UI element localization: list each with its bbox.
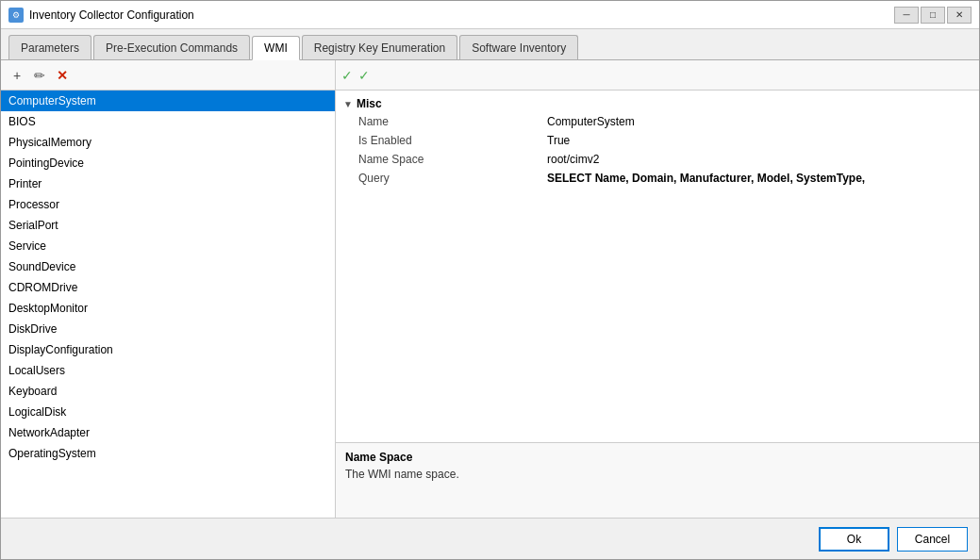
- tab-wmi[interactable]: WMI: [252, 36, 300, 60]
- description-title: Name Space: [345, 451, 970, 464]
- list-item[interactable]: LocalUsers: [1, 360, 335, 381]
- tab-pre-execution[interactable]: Pre-Execution Commands: [93, 35, 250, 59]
- edit-button[interactable]: ✏: [29, 65, 50, 86]
- prop-row: Name Spaceroot/cimv2: [340, 151, 975, 170]
- list-item[interactable]: NetworkAdapter: [1, 422, 335, 443]
- prop-row: QuerySELECT Name, Domain, Manufacturer, …: [340, 170, 975, 189]
- wmi-list[interactable]: ComputerSystemBIOSPhysicalMemoryPointing…: [1, 91, 335, 518]
- ok-button[interactable]: Ok: [819, 527, 889, 552]
- prop-value: True: [547, 134, 956, 147]
- description-text: The WMI name space.: [345, 468, 970, 481]
- list-item[interactable]: CDROMDrive: [1, 277, 335, 298]
- tabs-bar: Parameters Pre-Execution Commands WMI Re…: [1, 29, 979, 60]
- title-bar-controls: ─ □ ✕: [894, 7, 972, 24]
- tab-parameters[interactable]: Parameters: [8, 35, 91, 59]
- list-item[interactable]: PointingDevice: [1, 153, 335, 173]
- list-item[interactable]: OperatingSystem: [1, 443, 335, 464]
- prop-section-misc: ▼ Misc NameComputerSystemIs EnabledTrueN…: [340, 94, 975, 189]
- content-area: + ✏ ✕ ComputerSystemBIOSPhysicalMemoryPo…: [1, 60, 979, 518]
- list-item[interactable]: BIOS: [1, 111, 335, 132]
- right-toolbar: ✓ ✓: [336, 60, 979, 91]
- list-item[interactable]: ComputerSystem: [1, 91, 335, 111]
- left-toolbar: + ✏ ✕: [1, 60, 335, 91]
- list-item[interactable]: Service: [1, 236, 335, 256]
- check-icon: ✓: [341, 68, 353, 83]
- list-item[interactable]: DiskDrive: [1, 319, 335, 339]
- description-panel: Name Space The WMI name space.: [336, 442, 979, 518]
- prop-value: ComputerSystem: [547, 115, 956, 128]
- main-window: ⚙ Inventory Collector Configuration ─ □ …: [0, 0, 980, 560]
- cancel-button[interactable]: Cancel: [897, 527, 968, 552]
- delete-button[interactable]: ✕: [52, 65, 73, 86]
- prop-row: Is EnabledTrue: [340, 132, 975, 151]
- property-rows: NameComputerSystemIs EnabledTrueName Spa…: [340, 113, 975, 189]
- chevron-icon: ▼: [343, 99, 353, 109]
- section-header[interactable]: ▼ Misc: [340, 94, 975, 113]
- prop-name: Name Space: [358, 153, 547, 166]
- list-item[interactable]: Processor: [1, 194, 335, 215]
- add-button[interactable]: +: [7, 65, 27, 86]
- app-icon: ⚙: [8, 8, 24, 23]
- check2-icon: ✓: [358, 68, 370, 83]
- close-button[interactable]: ✕: [947, 7, 972, 24]
- right-panel: ✓ ✓ ▼ Misc NameComputerSystemIs EnabledT…: [336, 60, 979, 518]
- prop-value: SELECT Name, Domain, Manufacturer, Model…: [547, 172, 956, 185]
- list-item[interactable]: PhysicalMemory: [1, 132, 335, 153]
- title-bar: ⚙ Inventory Collector Configuration ─ □ …: [1, 1, 979, 29]
- title-bar-left: ⚙ Inventory Collector Configuration: [8, 8, 194, 23]
- prop-name: Query: [358, 172, 547, 185]
- list-item[interactable]: Keyboard: [1, 381, 335, 402]
- window-title: Inventory Collector Configuration: [29, 8, 194, 22]
- tab-registry[interactable]: Registry Key Enumeration: [302, 35, 457, 59]
- section-title: Misc: [357, 97, 382, 110]
- list-item[interactable]: SoundDevice: [1, 256, 335, 277]
- list-item[interactable]: SerialPort: [1, 215, 335, 236]
- footer: Ok Cancel: [1, 518, 979, 559]
- list-item[interactable]: LogicalDisk: [1, 402, 335, 422]
- minimize-button[interactable]: ─: [894, 7, 919, 24]
- left-panel: + ✏ ✕ ComputerSystemBIOSPhysicalMemoryPo…: [1, 60, 336, 518]
- prop-name: Name: [358, 115, 547, 128]
- prop-row: NameComputerSystem: [340, 113, 975, 132]
- prop-name: Is Enabled: [358, 134, 547, 147]
- maximize-button[interactable]: □: [921, 7, 945, 24]
- tab-software[interactable]: Software Inventory: [459, 35, 578, 59]
- list-item[interactable]: Printer: [1, 173, 335, 194]
- list-item[interactable]: DisplayConfiguration: [1, 339, 335, 360]
- prop-value: root/cimv2: [547, 153, 956, 166]
- properties-panel: ▼ Misc NameComputerSystemIs EnabledTrueN…: [336, 91, 979, 442]
- list-item[interactable]: DesktopMonitor: [1, 298, 335, 319]
